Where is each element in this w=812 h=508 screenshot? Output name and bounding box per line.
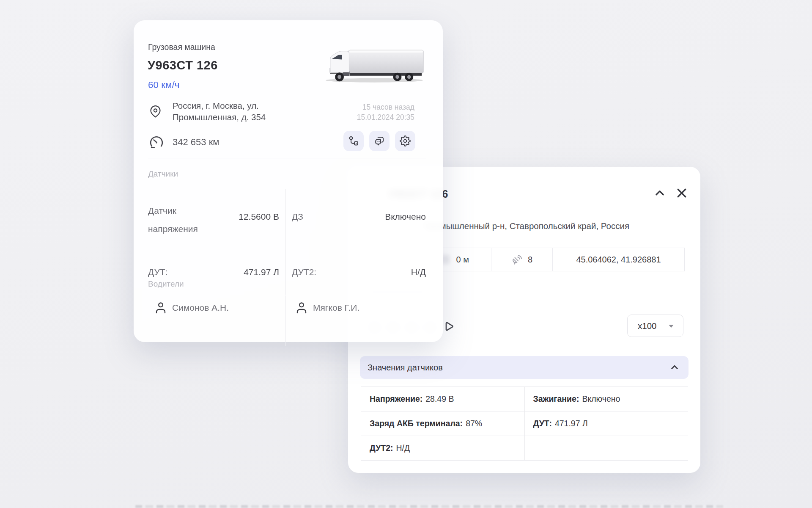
vehicle-plate: У963СТ 126 [148,58,218,72]
sensor-value: 471.97 Л [218,267,279,277]
table-row: Заряд АКБ терминала:87% ДУТ:471.97 Л [361,411,688,436]
odometer-icon [148,134,165,149]
sensor-label: Датчик напряжения [148,202,224,238]
sensor-label: ДЗ [292,212,303,222]
stat-satellites: 8 [491,248,553,271]
driver-name: Мягков Г.И. [313,303,359,313]
table-cell: ДУТ:471.97 Л [525,411,689,436]
divider [148,242,426,242]
sensor-values-title: Значения датчиков [368,363,443,373]
stat-coordinates: 45.064062, 41.926881 [553,248,685,271]
sensor-value: Включено [345,212,426,222]
location-pin-icon [149,105,162,119]
divider [148,158,426,158]
person-icon [154,301,167,315]
last-update-datetime: 15.01.2024 20:35 [357,112,414,122]
driver-item: Симонов А.Н. [154,301,229,315]
table-cell: Заряд АКБ терминала:87% [361,411,525,436]
action-buttons [343,131,415,151]
page-background: { "vehicle_card": { "type_label": "Грузо… [0,0,812,508]
drivers-section-title: Водители [148,279,184,289]
sensor-values-section-header[interactable]: Значения датчиков [360,356,689,379]
vehicle-card: Грузовая машина У963СТ 126 60 км/ч [134,20,443,342]
play-icon [442,320,455,333]
sensor-value: Н/Д [345,267,426,277]
table-cell: Зажигание:Включено [525,387,689,411]
sensor-values-table: Напряжение:28.49 В Зажигание:Включено За… [361,387,688,461]
route-icon [348,135,359,146]
sensor-label: ДУТ2: [292,267,316,277]
driver-name: Симонов А.Н. [172,303,229,313]
play-button[interactable] [442,320,455,333]
chat-icon [374,135,385,146]
panel-address: Промышленный р-н, Ставропольский край, Р… [424,221,629,231]
table-cell: ДУТ2:Н/Д [361,436,525,460]
playback-speed-value: x100 [638,321,656,331]
sensors-section-title: Датчики [148,169,178,179]
odometer-value: 342 653 км [173,137,219,148]
divider [148,95,426,95]
panel-window-buttons [653,186,689,200]
driver-item: Мягков Г.И. [295,301,359,315]
table-cell-empty [525,436,689,460]
person-icon [295,301,308,315]
settings-button[interactable] [395,131,415,151]
divider [285,295,286,346]
close-icon [675,187,688,199]
sensor-label: ДУТ: [148,267,167,277]
last-update-relative: 15 часов назад [357,102,414,112]
collapse-button[interactable] [653,186,667,200]
route-button[interactable] [343,131,364,151]
vehicle-address: Россия, г. Москва, ул. Промышленная, д. … [173,100,304,123]
close-button[interactable] [675,186,689,200]
vehicle-speed: 60 км/ч [148,80,180,91]
table-cell: Напряжение:28.49 В [361,387,525,411]
satellite-icon [511,254,523,265]
last-update: 15 часов назад 15.01.2024 20:35 [357,102,414,122]
background-peek-strip [135,505,723,508]
truck-image [322,47,427,85]
playback-speed-select[interactable]: x100 [627,315,683,337]
messages-button[interactable] [369,131,390,151]
caret-down-icon [668,323,675,329]
chevron-up-icon [653,187,666,199]
table-row: Напряжение:28.49 В Зажигание:Включено [361,387,688,411]
vehicle-type-label: Грузовая машина [148,42,215,52]
sensor-value: 12.5600 В [218,212,279,222]
gear-icon [400,135,411,146]
chevron-up-icon [669,362,680,373]
table-row: ДУТ2:Н/Д [361,436,688,461]
